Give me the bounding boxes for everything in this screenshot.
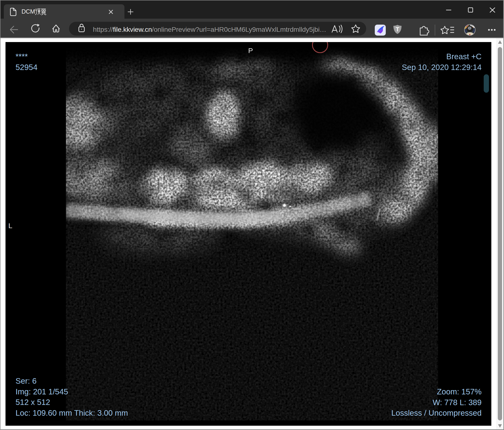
svg-text:T: T	[396, 26, 399, 33]
